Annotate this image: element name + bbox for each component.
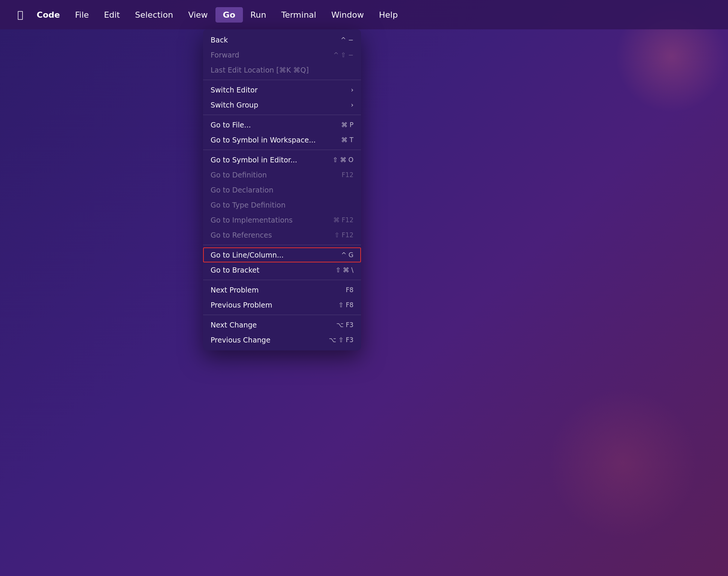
menu-item-go-to-references-label: Go to References: [211, 231, 272, 239]
menu-item-go-to-line-label: Go to Line/Column...: [211, 251, 284, 259]
menubar-apple[interactable]: : [11, 6, 29, 23]
menubar-terminal[interactable]: Terminal: [274, 7, 324, 23]
menu-item-previous-change[interactable]: Previous Change ⌥ ⇧ F3: [203, 332, 361, 347]
menu-item-switch-group[interactable]: Switch Group ›: [203, 97, 361, 112]
menubar-help[interactable]: Help: [372, 7, 405, 23]
separator-2: [203, 115, 361, 115]
menu-item-go-to-type-definition[interactable]: Go to Type Definition: [203, 197, 361, 212]
menu-item-back-label: Back: [211, 36, 228, 44]
menu-item-go-to-bracket-label: Go to Bracket: [211, 266, 259, 274]
menu-item-go-to-symbol-workspace-shortcut: ⌘ T: [341, 136, 353, 144]
menu-item-go-to-declaration-label: Go to Declaration: [211, 186, 273, 194]
menu-item-go-to-type-definition-label: Go to Type Definition: [211, 201, 285, 209]
separator-5: [203, 280, 361, 280]
menu-item-back[interactable]: Back ^ −: [203, 32, 361, 47]
menu-item-go-to-references-shortcut: ⇧ F12: [334, 231, 353, 239]
menubar-file[interactable]: File: [68, 7, 97, 23]
menu-item-go-to-file-label: Go to File...: [211, 121, 251, 129]
menu-item-back-shortcut: ^ −: [341, 36, 353, 44]
menu-item-forward[interactable]: Forward ^ ⇧ −: [203, 47, 361, 62]
menu-item-previous-change-label: Previous Change: [211, 336, 270, 344]
menubar-selection[interactable]: Selection: [127, 7, 180, 23]
menu-item-forward-shortcut: ^ ⇧ −: [333, 51, 353, 59]
menu-item-go-to-symbol-workspace[interactable]: Go to Symbol in Workspace... ⌘ T: [203, 132, 361, 147]
menu-item-next-problem[interactable]: Next Problem F8: [203, 282, 361, 297]
menu-item-switch-editor-label: Switch Editor: [211, 86, 258, 94]
menu-item-go-to-symbol-editor[interactable]: Go to Symbol in Editor... ⇧ ⌘ O: [203, 152, 361, 167]
menu-item-go-to-bracket-shortcut: ⇧ ⌘ \: [335, 266, 353, 274]
menu-item-switch-group-label: Switch Group: [211, 101, 258, 109]
menubar:  Code File Edit Selection View Go Run T…: [0, 0, 728, 29]
menu-item-previous-problem-label: Previous Problem: [211, 301, 272, 309]
menu-item-previous-change-shortcut: ⌥ ⇧ F3: [329, 336, 353, 344]
menubar-go[interactable]: Go: [215, 7, 243, 23]
menu-item-go-to-implementations-shortcut: ⌘ F12: [333, 216, 353, 224]
menu-item-next-problem-shortcut: F8: [346, 286, 353, 294]
separator-4: [203, 245, 361, 245]
menu-item-next-change-shortcut: ⌥ F3: [336, 321, 353, 329]
menu-item-go-to-file-shortcut: ⌘ P: [341, 121, 353, 129]
separator-1: [203, 80, 361, 80]
separator-6: [203, 315, 361, 315]
menu-item-go-to-symbol-workspace-label: Go to Symbol in Workspace...: [211, 136, 316, 144]
menu-item-go-to-implementations[interactable]: Go to Implementations ⌘ F12: [203, 212, 361, 227]
go-menu-dropdown: Back ^ − Forward ^ ⇧ − Last Edit Locatio…: [203, 29, 361, 350]
menu-item-go-to-line-shortcut: ^ G: [341, 251, 353, 259]
switch-editor-chevron-icon: ›: [351, 86, 353, 94]
menu-item-last-edit-label: Last Edit Location [⌘K ⌘Q]: [211, 66, 309, 74]
menubar-run[interactable]: Run: [243, 7, 274, 23]
menu-item-go-to-line[interactable]: Go to Line/Column... ^ G: [203, 247, 361, 262]
separator-3: [203, 150, 361, 150]
switch-group-chevron-icon: ›: [351, 101, 353, 109]
menu-item-go-to-symbol-editor-label: Go to Symbol in Editor...: [211, 156, 297, 164]
menu-item-go-to-definition[interactable]: Go to Definition F12: [203, 167, 361, 182]
menubar-window[interactable]: Window: [324, 7, 372, 23]
menu-item-switch-editor[interactable]: Switch Editor ›: [203, 82, 361, 97]
menubar-edit[interactable]: Edit: [96, 7, 127, 23]
menubar-code[interactable]: Code: [29, 7, 68, 23]
menu-item-next-problem-label: Next Problem: [211, 286, 259, 294]
menu-item-go-to-references[interactable]: Go to References ⇧ F12: [203, 227, 361, 243]
menu-item-go-to-bracket[interactable]: Go to Bracket ⇧ ⌘ \: [203, 262, 361, 277]
menu-item-go-to-implementations-label: Go to Implementations: [211, 216, 293, 224]
menu-item-previous-problem[interactable]: Previous Problem ⇧ F8: [203, 297, 361, 312]
menu-item-go-to-file[interactable]: Go to File... ⌘ P: [203, 117, 361, 132]
menu-item-next-change[interactable]: Next Change ⌥ F3: [203, 317, 361, 332]
menu-item-go-to-definition-label: Go to Definition: [211, 171, 267, 179]
menu-item-last-edit[interactable]: Last Edit Location [⌘K ⌘Q]: [203, 62, 361, 77]
menu-item-go-to-definition-shortcut: F12: [342, 171, 353, 179]
menu-item-go-to-declaration[interactable]: Go to Declaration: [203, 182, 361, 197]
menu-item-previous-problem-shortcut: ⇧ F8: [338, 301, 353, 309]
menu-item-forward-label: Forward: [211, 51, 239, 59]
menu-item-next-change-label: Next Change: [211, 321, 257, 329]
menu-item-go-to-symbol-editor-shortcut: ⇧ ⌘ O: [333, 156, 353, 164]
menubar-view[interactable]: View: [180, 7, 215, 23]
